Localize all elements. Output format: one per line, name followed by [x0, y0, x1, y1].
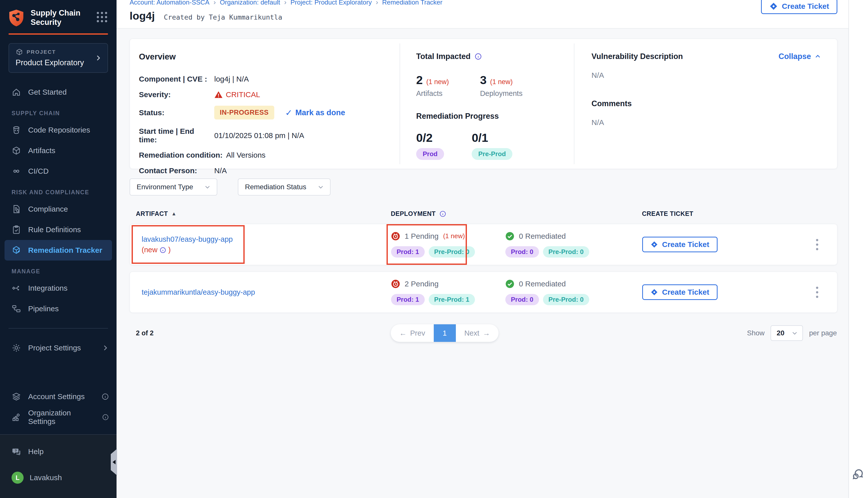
sidebar-item-help[interactable]: ? Help	[0, 441, 117, 462]
vulnerability-description-title: Vulnerability Description	[592, 52, 683, 61]
breadcrumb-project[interactable]: Project: Product Exploratory	[290, 0, 372, 6]
remediation-status-label: Remediation Status	[245, 183, 306, 191]
info-icon[interactable]	[439, 210, 446, 218]
status-badge: IN-PROGRESS	[214, 106, 274, 119]
breadcrumb-current[interactable]: Remediation Tracker	[382, 0, 442, 6]
mark-as-done-button[interactable]: ✓ Mark as done	[285, 108, 345, 118]
page-number-button[interactable]: 1	[434, 324, 456, 342]
breadcrumb-separator: ›	[284, 0, 286, 6]
row-menu-kebab-icon[interactable]	[809, 234, 825, 254]
sidebar-item-label: Integrations	[28, 284, 67, 292]
jira-diamond-icon	[650, 288, 658, 296]
breadcrumb: Account: Automation-SSCA › Organization:…	[130, 0, 837, 6]
field-label: Remediation condition:	[139, 151, 222, 159]
row-menu-kebab-icon[interactable]	[809, 282, 825, 302]
info-icon[interactable]	[475, 53, 482, 60]
prod-progress-value: 0/2	[416, 131, 444, 145]
sidebar-item-account-settings[interactable]: Account Settings	[0, 386, 117, 407]
sidebar-item-project-settings[interactable]: Project Settings	[0, 338, 117, 358]
sidebar-item-pipelines[interactable]: Pipelines	[0, 299, 117, 319]
breadcrumb-separator: ›	[213, 0, 216, 6]
info-icon[interactable]	[102, 393, 109, 401]
sidebar-item-label: Code Repositories	[28, 126, 90, 134]
sidebar-item-integrations[interactable]: Integrations	[0, 278, 117, 299]
field-value: N/A	[214, 167, 227, 175]
remediation-status-filter[interactable]: Remediation Status	[238, 179, 330, 196]
help-chat-icon: ?	[12, 447, 21, 456]
field-label: Start time | End time:	[139, 127, 214, 144]
comments-title: Comments	[592, 99, 632, 108]
next-page-button[interactable]: Next →	[456, 324, 499, 342]
page-size-value: 20	[777, 329, 785, 337]
prod-pill: Prod: 1	[391, 246, 425, 258]
artifact-cell: lavakush07/easy-buggy-app (new )	[136, 234, 391, 255]
sidebar-item-remediation-tracker[interactable]: Remediation Tracker	[4, 240, 112, 261]
sidebar-item-rule-definitions[interactable]: Rule Definitions	[0, 219, 117, 240]
breadcrumb-account[interactable]: Account: Automation-SSCA	[130, 0, 209, 6]
section-supply-chain: SUPPLY CHAIN	[0, 102, 117, 120]
chat-support-icon[interactable]	[852, 467, 866, 482]
supply-chain-security-logo-icon	[8, 9, 25, 27]
collapse-button[interactable]: Collapse	[779, 52, 821, 61]
preprod-progress-stat: 0/1 Pre-Prod	[472, 131, 513, 160]
field-value: log4j | N/A	[214, 75, 249, 83]
impacted-deployments-stat: 3 (1 new) Deployments	[480, 73, 522, 97]
prod-pill: Prod: 0	[505, 246, 539, 258]
app-switcher-grid-icon[interactable]	[95, 10, 109, 24]
breadcrumb-organization[interactable]: Organization: default	[220, 0, 280, 6]
sidebar-item-get-started[interactable]: Get Started	[0, 82, 117, 102]
create-ticket-button-row[interactable]: Create Ticket	[642, 237, 717, 252]
project-label: PROJECT	[27, 49, 56, 55]
sidebar-item-label: Project Settings	[28, 344, 81, 352]
create-ticket-button-header[interactable]: Create Ticket	[761, 0, 837, 14]
deployments-label: Deployments	[480, 89, 522, 97]
ticket-cell: Create Ticket	[642, 237, 809, 252]
clipboard-check-icon	[12, 225, 21, 234]
impacted-artifacts-stat: 2 (1 new) Artifacts	[416, 73, 449, 97]
artifact-link[interactable]: lavakush07/easy-buggy-app	[142, 234, 391, 245]
section-risk-compliance: RISK AND COMPLIANCE	[0, 182, 117, 199]
org-hierarchy-icon	[12, 412, 21, 422]
info-icon[interactable]	[159, 247, 166, 253]
page-size-select[interactable]: 20	[770, 325, 803, 341]
chevron-up-icon	[815, 53, 821, 60]
environment-type-filter[interactable]: Environment Type	[130, 179, 217, 196]
deployments-count: 3	[480, 73, 487, 87]
nav-divider	[9, 328, 108, 329]
sidebar-item-organization-settings[interactable]: Organization Settings	[0, 407, 117, 428]
document-search-icon	[12, 204, 21, 214]
user-menu[interactable]: L Lavakush	[0, 467, 117, 488]
chevron-right-icon	[102, 344, 109, 352]
next-label: Next	[464, 329, 479, 337]
avatar: L	[12, 472, 24, 484]
column-header-artifact[interactable]: ARTIFACT ▲	[136, 210, 391, 218]
prod-pill: Prod	[416, 148, 444, 160]
artifact-link[interactable]: tejakummarikuntla/easy-buggy-app	[142, 287, 391, 298]
severity-text: CRITICAL	[226, 90, 260, 99]
sidebar-item-artifacts[interactable]: Artifacts	[0, 140, 117, 161]
left-arrow-icon: ←	[399, 329, 406, 337]
home-icon	[12, 87, 21, 97]
sidebar-item-code-repositories[interactable]: Code Repositories	[0, 120, 117, 140]
right-arrow-icon: →	[483, 329, 490, 337]
create-ticket-button-row[interactable]: Create Ticket	[642, 284, 717, 300]
info-icon[interactable]	[102, 414, 109, 421]
pending-cell: 1 Pending (1 new) Prod: 1 Pre-Prod: 0	[391, 232, 505, 258]
remediation-progress-title: Remediation Progress	[416, 112, 499, 121]
sidebar-item-cicd[interactable]: CI/CD	[0, 161, 117, 182]
sidebar: Supply Chain Security PROJECT Product Ex…	[0, 0, 117, 498]
page-size-group: Show 20 per page	[747, 325, 837, 341]
project-selector[interactable]: PROJECT Product Exploratory	[9, 43, 108, 73]
page-header: Account: Automation-SSCA › Organization:…	[117, 0, 848, 29]
pending-icon	[391, 279, 400, 288]
prev-page-button[interactable]: ← Prev	[391, 324, 434, 342]
remediated-check-icon	[505, 279, 514, 288]
total-impacted-title: Total Impacted	[416, 52, 470, 61]
pagination-summary: 2 of 2	[130, 329, 154, 337]
gear-icon	[12, 343, 21, 353]
pagination-pill: ← Prev 1 Next →	[391, 324, 498, 342]
sidebar-item-compliance[interactable]: Compliance	[0, 199, 117, 219]
field-label: Component | CVE :	[139, 75, 214, 83]
remediation-cube-icon	[12, 246, 21, 255]
breadcrumb-separator: ›	[376, 0, 378, 6]
